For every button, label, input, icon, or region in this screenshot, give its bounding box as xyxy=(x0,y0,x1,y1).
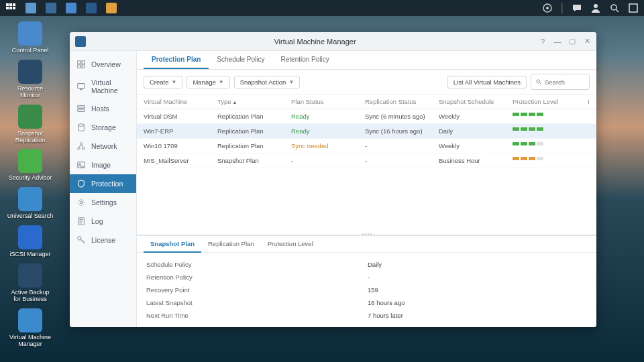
app-icon xyxy=(18,225,42,249)
manage-button[interactable]: Manage▼ xyxy=(186,76,229,88)
table-row[interactable]: Win10 1709 Replication Plan Sync needed … xyxy=(137,139,596,154)
svg-point-39 xyxy=(537,80,540,83)
col-header-vm[interactable]: Virtual Machine xyxy=(144,98,217,105)
app-icon xyxy=(18,308,42,333)
maximize-button[interactable]: ▢ xyxy=(568,38,576,46)
app-icon xyxy=(18,21,42,46)
col-header-plan[interactable]: Plan Status xyxy=(291,98,365,105)
cell-plan-status: Sync needed xyxy=(291,142,365,149)
cell-type: Snapshot Plan xyxy=(217,157,291,164)
table-row[interactable]: Virtual DSM Replication Plan Ready Sync … xyxy=(137,109,596,124)
search-input[interactable] xyxy=(545,78,585,86)
col-header-sched[interactable]: Snapshot Schedule xyxy=(439,98,513,105)
desktop-icon[interactable]: Universal Search xyxy=(7,187,54,220)
svg-line-15 xyxy=(616,9,619,12)
col-header-prot[interactable]: Protection Level xyxy=(513,98,580,105)
detail-tab[interactable]: Replication Plan xyxy=(201,236,261,252)
desktop-icon[interactable]: iSCSI Manager xyxy=(7,225,54,258)
subtab[interactable]: Schedule Policy xyxy=(209,51,272,69)
table-row[interactable]: Win7-ERP Replication Plan Ready Sync (16… xyxy=(137,124,596,139)
svg-point-26 xyxy=(80,143,83,145)
table-header: Virtual Machine Type▲ Plan Status Replic… xyxy=(137,95,596,109)
minimize-button[interactable]: — xyxy=(553,38,561,46)
grid-icon[interactable] xyxy=(5,3,16,13)
svg-rect-20 xyxy=(82,65,85,68)
svg-line-40 xyxy=(539,82,541,84)
resize-grip[interactable] xyxy=(359,233,375,237)
svg-rect-8 xyxy=(66,3,76,13)
sidebar-item-image[interactable]: Image xyxy=(70,156,136,174)
detail-label: Latest Snapshot xyxy=(146,299,368,306)
log-icon xyxy=(76,217,86,226)
taskbar-app-icon[interactable] xyxy=(46,3,56,13)
svg-rect-7 xyxy=(46,3,56,13)
desktop-icon[interactable]: Resource Monitor xyxy=(7,60,54,99)
chat-icon[interactable] xyxy=(572,3,582,13)
detail-panel: Snapshot PlanReplication PlanProtection … xyxy=(137,235,596,327)
sidebar-item-license[interactable]: License xyxy=(70,231,136,249)
desktop-icon-label: Active Backup for Business xyxy=(7,290,54,303)
expand-icon[interactable] xyxy=(628,3,639,13)
taskbar-app-icon[interactable] xyxy=(25,3,36,13)
col-header-rep[interactable]: Replication Status xyxy=(365,98,439,105)
taskbar-app-icon[interactable] xyxy=(66,3,76,13)
sidebar-item-network[interactable]: Network xyxy=(70,137,136,156)
table-row[interactable]: MIS_MailServer Snapshot Plan - - Busines… xyxy=(137,154,596,168)
detail-tabs: Snapshot PlanReplication PlanProtection … xyxy=(137,236,596,253)
cell-vm: Win7-ERP xyxy=(144,127,217,135)
titlebar[interactable]: Virtual Machine Manager ? — ▢ ✕ xyxy=(70,32,596,51)
desktop-icon[interactable]: Virtual Machine Manager xyxy=(7,308,54,348)
user-icon[interactable] xyxy=(590,3,601,13)
detail-body: Schedule PolicyDailyRetention Policy-Rec… xyxy=(137,253,596,327)
svg-rect-2 xyxy=(13,3,15,6)
svg-point-27 xyxy=(78,147,80,150)
sidebar-item-storage[interactable]: Storage xyxy=(70,118,136,137)
sidebar-item-label: Network xyxy=(91,142,117,150)
cell-rep-status: - xyxy=(365,142,439,149)
desktop-icon-label: Snapshot Replication xyxy=(7,131,54,144)
desktop-icon[interactable]: Security Advisor xyxy=(7,149,54,182)
list-all-button[interactable]: List All Virtual Machines xyxy=(447,76,527,88)
subtab[interactable]: Retention Policy xyxy=(273,51,337,69)
sidebar-item-hosts[interactable]: Hosts xyxy=(70,99,136,118)
detail-value: 7 hours later xyxy=(368,312,403,319)
app-icon xyxy=(18,149,42,173)
cell-rep-status: Sync (16 hours ago) xyxy=(365,127,439,135)
desktop-icon[interactable]: Active Backup for Business xyxy=(7,263,54,303)
desktop-icon[interactable]: Snapshot Replication xyxy=(7,105,54,144)
sidebar: OverviewVirtual MachineHostsStorageNetwo… xyxy=(70,51,137,327)
detail-tab[interactable]: Snapshot Plan xyxy=(144,236,201,253)
detail-label: Retention Policy xyxy=(146,274,368,281)
create-button[interactable]: Create▼ xyxy=(144,76,182,88)
sidebar-item-protection[interactable]: Protection xyxy=(70,174,136,193)
cell-i xyxy=(580,157,590,164)
sidebar-item-overview[interactable]: Overview xyxy=(70,55,136,74)
detail-tab[interactable]: Protection Level xyxy=(261,236,320,252)
desktop-icon[interactable]: Control Panel xyxy=(7,21,54,54)
taskbar-app-icon[interactable] xyxy=(106,3,117,13)
svg-rect-10 xyxy=(106,3,117,13)
server-icon xyxy=(76,104,86,113)
search-icon[interactable] xyxy=(609,3,620,13)
subtab[interactable]: Protection Plan xyxy=(144,51,209,69)
snapshot-action-button[interactable]: Snapshot Action▼ xyxy=(234,76,301,88)
svg-rect-1 xyxy=(9,3,12,6)
health-icon[interactable] xyxy=(542,3,553,13)
cell-protection-level xyxy=(513,127,580,135)
col-header-type[interactable]: Type▲ xyxy=(217,98,291,105)
detail-value: 16 hours ago xyxy=(368,299,405,306)
cell-i xyxy=(580,127,590,135)
taskbar-app-icon[interactable] xyxy=(86,3,97,13)
cell-protection-level xyxy=(513,113,580,120)
sidebar-item-vm[interactable]: Virtual Machine xyxy=(70,74,136,99)
app-icon xyxy=(18,263,42,288)
detail-label: Schedule Policy xyxy=(146,261,368,268)
disk-icon xyxy=(76,123,86,132)
close-button[interactable]: ✕ xyxy=(583,38,591,46)
sidebar-item-log[interactable]: Log xyxy=(70,212,136,231)
col-header-i[interactable]: I xyxy=(580,98,590,105)
desktop-icon-label: Virtual Machine Manager xyxy=(7,335,54,348)
svg-point-14 xyxy=(611,5,616,10)
sidebar-item-settings[interactable]: Settings xyxy=(70,193,136,212)
help-button[interactable]: ? xyxy=(539,38,547,46)
